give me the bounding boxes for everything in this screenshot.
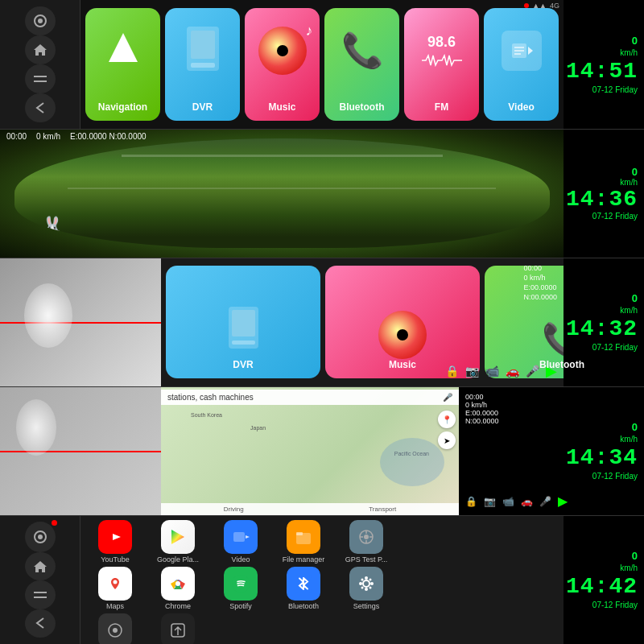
camera-icon[interactable] [25, 6, 56, 35]
gplay-app[interactable]: Google Pla... [150, 520, 206, 564]
apps-grid: Navigation DVR ♪ Music [80, 0, 564, 129]
panel4-time: 14:34 [566, 445, 638, 470]
svg-point-33 [114, 580, 118, 584]
chrome-app[interactable]: Chrome [150, 567, 206, 610]
settings2-app[interactable]: Settings [338, 567, 394, 610]
music-app-card[interactable]: ♪ Music [245, 8, 320, 121]
map-label-korea: South Korea [191, 412, 222, 418]
video2-app[interactable]: Video [213, 520, 269, 564]
maps-app[interactable]: Maps [87, 567, 143, 610]
transport-tab[interactable]: Transport [369, 506, 396, 513]
svg-rect-11 [514, 53, 521, 55]
camera-overlay: 00:00 0 km/h E:00.0000 N:00.0000 [6, 132, 147, 141]
spotify-app[interactable]: Spotify [213, 567, 269, 610]
p5-back-icon[interactable] [25, 609, 56, 638]
camera-icon2: 📷 [465, 365, 479, 378]
map-bottom-bar: Driving Transport [161, 503, 459, 515]
svg-point-36 [175, 581, 180, 586]
panel4-icon-bar: 🔒 📷 📹 🚗 🎤 ▶ [465, 493, 568, 509]
svg-rect-14 [232, 341, 255, 345]
p4-coords-e: E:00.0000 [465, 409, 499, 417]
svg-rect-6 [191, 63, 215, 68]
mic-icon: 🎤 [526, 365, 539, 378]
svg-marker-23 [246, 535, 250, 539]
camera-time: 00:00 [6, 132, 27, 141]
panel2-display: 0 km/h 14:36 07-12 Friday [564, 129, 644, 258]
panel2: 🐰 00:00 0 km/h E:00.0000 N:00.0000 0 km/… [0, 129, 644, 258]
settings2-icon [349, 567, 383, 601]
gpstest-icon [349, 520, 383, 554]
svg-point-43 [359, 582, 362, 585]
youtube-app[interactable]: YouTube [87, 520, 143, 564]
status-bar: ▲▲ 4G [524, 2, 559, 10]
panel3: DVR Music 📞 Bluetooth 00:00 0 km/h E:00.… [0, 258, 644, 386]
panel2-speed-unit: km/h [620, 178, 638, 187]
fm-frequency: 98.6 [427, 34, 456, 51]
gpstest-app[interactable]: GPS Test P... [338, 520, 394, 564]
video2-icon [224, 520, 258, 554]
extra-app1[interactable] [87, 613, 143, 644]
panel4-info: 00:00 0 km/h E:00.0000 N:00.0000 [465, 393, 499, 425]
fm-app-card[interactable]: 98.6 FM [404, 8, 479, 121]
bluetooth2-icon [287, 567, 320, 601]
panel5: YouTube Google Pla... Video File manager [0, 515, 644, 644]
panel3-coords-n: N:00.0000 [523, 293, 557, 301]
maps-icon [98, 567, 132, 601]
bluetooth2-app[interactable]: Bluetooth [275, 567, 332, 610]
driving-tab[interactable]: Driving [224, 506, 244, 513]
record-indicator [524, 3, 529, 8]
youtube-label: YouTube [101, 555, 129, 564]
nav-label: Navigation [98, 101, 147, 113]
panel3-camera [0, 258, 161, 386]
home-icon[interactable] [25, 35, 56, 64]
dvr-label: DVR [192, 101, 213, 113]
dvr-app-card[interactable]: DVR [165, 8, 240, 121]
camera-coords: E:00.0000 N:00.0000 [70, 132, 147, 141]
svg-point-47 [369, 579, 372, 581]
extra-app2[interactable] [150, 613, 206, 644]
filemgr-label: File manager [283, 555, 325, 564]
extra-icon1 [98, 613, 132, 644]
spotify-icon [224, 567, 258, 601]
panel4-camera [0, 386, 161, 515]
gps-nav-btn[interactable]: ➤ [438, 431, 456, 449]
car-icon: 🚗 [506, 365, 519, 378]
panel5-date: 07-12 Friday [592, 601, 638, 609]
p5-camera-icon[interactable] [25, 522, 56, 552]
panel3-bt-label: Bluetooth [539, 359, 584, 370]
fm-label: FM [435, 101, 448, 113]
p4-time: 00:00 [465, 393, 499, 401]
chrome-icon [161, 567, 195, 601]
bluetooth-app-card[interactable]: 📞 Bluetooth [324, 8, 399, 121]
p5-settings-icon[interactable] [25, 580, 56, 609]
p4-mic-icon: 🎤 [539, 496, 551, 507]
gps-locate-btn[interactable]: 📍 [438, 411, 456, 428]
panel3-time: 00:00 [523, 264, 557, 272]
panel3-speed-unit: km/h [620, 306, 638, 315]
filemgr-app[interactable]: File manager [275, 520, 332, 564]
p5-cam-wrapper [25, 522, 56, 552]
video-icon2: 📹 [485, 365, 499, 378]
panel3-dvr-card[interactable]: DVR [166, 266, 320, 378]
light-spot [24, 283, 72, 348]
settings-icon-left[interactable] [25, 64, 56, 93]
video-app-card[interactable]: Video [484, 8, 559, 121]
map-search-bar[interactable]: stations, cash machines 🎤 [161, 390, 459, 405]
panel3-coords-e: E:00.0000 [523, 283, 557, 291]
android-row-3 [87, 613, 557, 644]
nav-app-card[interactable]: Navigation [85, 8, 160, 121]
panel3-info: 00:00 0 km/h E:00.0000 N:00.0000 [523, 264, 557, 301]
panel3-music-label: Music [389, 359, 416, 370]
android-row-1: YouTube Google Pla... Video File manager [87, 520, 557, 564]
panel2-time: 14:36 [566, 187, 638, 212]
back-icon[interactable] [25, 93, 56, 122]
p5-home-icon[interactable] [25, 552, 56, 580]
android-row-2: Maps Chrome Spotify Bluetooth [87, 567, 557, 610]
svg-rect-13 [232, 310, 255, 336]
search-text: stations, cash machines [167, 393, 254, 402]
lock-icon: 🔒 [445, 365, 459, 378]
panel1-date: 07-12 Friday [592, 85, 638, 94]
chrome-label: Chrome [165, 602, 191, 610]
panel3-music-card[interactable]: Music [325, 266, 480, 378]
maps-label: Maps [106, 602, 124, 610]
